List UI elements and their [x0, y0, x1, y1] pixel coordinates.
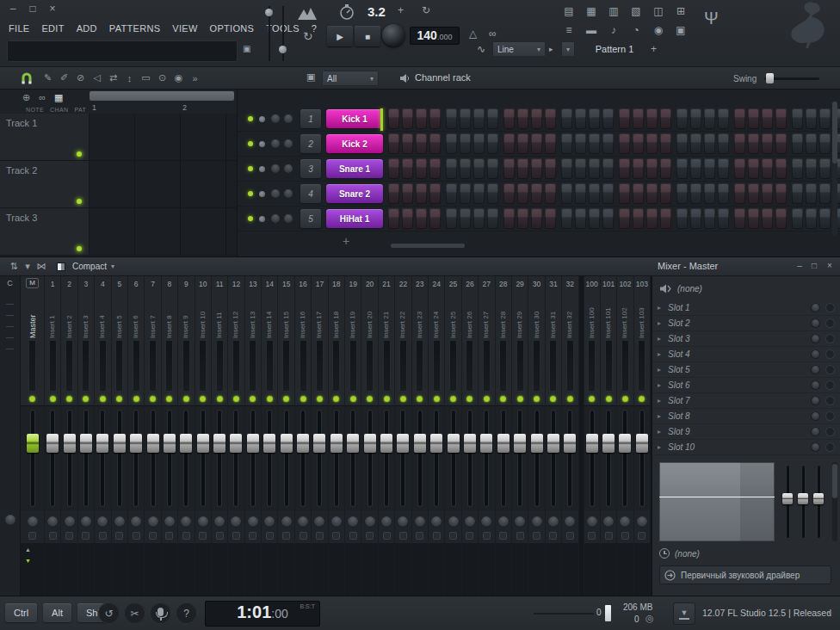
step-cell[interactable] [531, 158, 542, 179]
playlist-grid-cell[interactable] [90, 161, 237, 207]
step-cell[interactable] [460, 183, 471, 204]
step-cell[interactable] [734, 108, 745, 129]
playlist-grid-cell[interactable] [90, 114, 237, 160]
stopwatch-icon[interactable] [339, 4, 355, 20]
close-button[interactable]: × [46, 3, 59, 15]
track-fader[interactable] [80, 434, 92, 453]
step-cell[interactable] [503, 108, 515, 129]
select-tool-icon[interactable]: ▭ [138, 71, 154, 85]
step-cell[interactable] [517, 208, 528, 229]
position-display[interactable]: 3.2 [368, 4, 386, 19]
mixer-track-28[interactable]: 28Insert 28 [496, 276, 512, 596]
step-cell[interactable] [633, 208, 644, 229]
channel-rack-icon[interactable]: ▥ [602, 2, 625, 21]
slot-name[interactable]: Slot 2 [668, 318, 811, 328]
slide-tool-icon[interactable]: ↕ [121, 71, 138, 85]
midi-keyboard-icon[interactable]: ♪ [602, 21, 625, 40]
step-cell[interactable] [690, 158, 701, 179]
step-cell[interactable] [602, 133, 614, 154]
step-cell[interactable] [460, 208, 471, 229]
track-led[interactable] [300, 396, 306, 402]
track-fader[interactable] [197, 434, 209, 453]
track-arm-button[interactable] [516, 532, 524, 540]
step-cell[interactable] [602, 158, 614, 179]
track-led[interactable] [589, 396, 595, 402]
step-cell[interactable] [402, 108, 413, 129]
track-led[interactable] [639, 396, 645, 402]
step-edit-icon[interactable]: + [398, 4, 404, 16]
step-cell[interactable] [704, 208, 715, 229]
track-arm-button[interactable] [316, 532, 324, 540]
add-pattern-button[interactable]: + [651, 43, 657, 55]
one-click-record-icon[interactable]: ◉ [647, 21, 670, 40]
step-cell[interactable] [429, 183, 441, 204]
track-fader[interactable] [547, 434, 559, 453]
slot-name[interactable]: Slot 6 [668, 380, 811, 390]
mixer-track-27[interactable]: 27Insert 27 [479, 276, 495, 596]
track-led[interactable] [50, 396, 56, 402]
track-arm-button[interactable] [165, 532, 173, 540]
step-cell[interactable] [416, 158, 427, 179]
step-cell[interactable] [775, 158, 787, 179]
mixer-track-20[interactable]: 20Insert 20 [361, 276, 378, 596]
step-cell[interactable] [718, 183, 729, 204]
track-pan-knob[interactable] [602, 516, 615, 528]
playlist-track-name[interactable]: Track 3 [0, 208, 90, 255]
step-cell[interactable] [676, 133, 688, 154]
menu-patterns[interactable]: PATTERNS [109, 23, 160, 34]
step-cell[interactable] [487, 133, 498, 154]
track-arm-button[interactable] [638, 532, 645, 540]
track-fader[interactable] [64, 434, 76, 453]
paint-tool-icon[interactable]: ✐ [56, 71, 72, 85]
step-cell[interactable] [775, 183, 787, 204]
step-cell[interactable] [429, 158, 441, 179]
slot-enable-led[interactable] [825, 365, 835, 374]
track-arm-button[interactable] [49, 532, 57, 540]
menu-options[interactable]: OPTIONS [210, 23, 255, 34]
track-fader[interactable] [281, 434, 293, 453]
step-cell[interactable] [775, 133, 787, 154]
mixer-track-102[interactable]: 102Insert 102 [617, 276, 633, 596]
step-cell[interactable] [575, 108, 586, 129]
track-pan-knob[interactable] [547, 516, 559, 528]
step-cell[interactable] [429, 133, 441, 154]
channel-mute-dot[interactable] [259, 141, 265, 147]
master-fader[interactable] [27, 434, 39, 453]
step-cell[interactable] [762, 208, 773, 229]
track-led[interactable] [417, 396, 423, 402]
step-cell[interactable] [589, 208, 600, 229]
mixer-icon[interactable]: ▧ [625, 2, 647, 21]
channel-volume-knob[interactable] [283, 139, 293, 149]
step-cell[interactable] [704, 158, 715, 179]
step-cell[interactable] [704, 183, 715, 204]
tempo-display[interactable]: 140.000 [410, 27, 460, 45]
master-led[interactable] [29, 396, 35, 402]
time-display[interactable]: 1:01 :00 B:S:T [205, 601, 320, 627]
mixer-track-9[interactable]: 9Insert 9 [178, 276, 195, 596]
slot-name[interactable]: Slot 8 [668, 411, 811, 421]
time-mode-label[interactable]: B:S:T [300, 603, 315, 609]
step-cell[interactable] [416, 183, 427, 204]
track-led[interactable] [534, 396, 540, 402]
step-cell[interactable] [762, 158, 773, 179]
menu-file[interactable]: FILE [9, 23, 29, 34]
step-cell[interactable] [775, 108, 787, 129]
step-cell[interactable] [762, 183, 773, 204]
channel-pan-knob[interactable] [270, 164, 281, 174]
mixer-track-30[interactable]: 30Insert 30 [528, 276, 545, 596]
track-led[interactable] [450, 396, 456, 402]
slot-mix-knob[interactable] [811, 396, 820, 405]
step-cell[interactable] [561, 133, 572, 154]
track-fader[interactable] [602, 434, 615, 453]
step-cell[interactable] [446, 183, 457, 204]
mixer-track-14[interactable]: 14Insert 14 [262, 276, 278, 596]
step-cell[interactable] [718, 108, 729, 129]
track-pan-knob[interactable] [586, 516, 598, 528]
channel-number[interactable]: 3 [300, 159, 321, 178]
step-cell[interactable] [792, 208, 803, 229]
track-arm-button[interactable] [383, 532, 391, 540]
step-cell[interactable] [762, 108, 773, 129]
step-cell[interactable] [416, 208, 427, 229]
track-pan-knob[interactable] [247, 516, 259, 528]
track-arm-button[interactable] [199, 532, 207, 540]
